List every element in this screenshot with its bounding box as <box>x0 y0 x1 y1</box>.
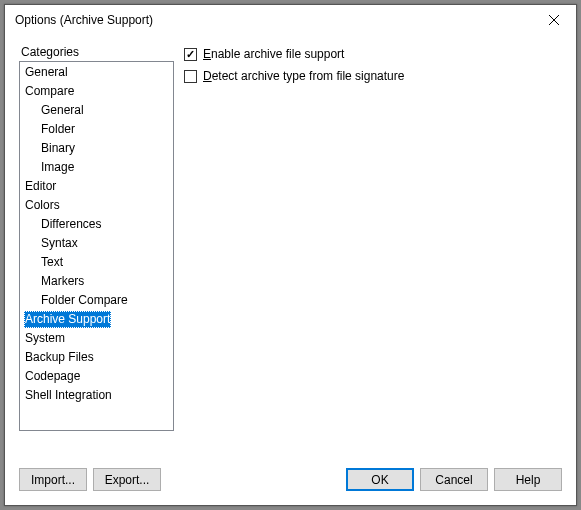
tree-item[interactable]: Folder Compare <box>20 291 173 310</box>
tree-item[interactable]: Archive Support <box>20 310 173 329</box>
titlebar: Options (Archive Support) <box>5 5 576 35</box>
tree-item-label: Markers <box>40 273 85 290</box>
window-title: Options (Archive Support) <box>15 13 153 27</box>
tree-item[interactable]: Syntax <box>20 234 173 253</box>
button-bar: Import... Export... OK Cancel Help <box>5 456 576 505</box>
tree-item[interactable]: Codepage <box>20 367 173 386</box>
enable-archive-label[interactable]: Enable archive file support <box>203 47 344 61</box>
tree-item-label: Shell Integration <box>24 387 113 404</box>
tree-item-label: Editor <box>24 178 57 195</box>
help-button[interactable]: Help <box>494 468 562 491</box>
tree-item-label: Colors <box>24 197 61 214</box>
tree-item-label: Folder Compare <box>40 292 129 309</box>
tree-item[interactable]: Backup Files <box>20 348 173 367</box>
categories-column: Categories GeneralCompareGeneralFolderBi… <box>19 45 174 456</box>
tree-item[interactable]: General <box>20 63 173 82</box>
tree-item-label: Differences <box>40 216 102 233</box>
categories-tree[interactable]: GeneralCompareGeneralFolderBinaryImageEd… <box>19 61 174 431</box>
import-button[interactable]: Import... <box>19 468 87 491</box>
options-dialog: Options (Archive Support) Categories Gen… <box>4 4 577 506</box>
tree-item-label: Text <box>40 254 64 271</box>
tree-item[interactable]: Colors <box>20 196 173 215</box>
tree-item[interactable]: Markers <box>20 272 173 291</box>
tree-item-label: General <box>24 64 69 81</box>
tree-item-label: Codepage <box>24 368 81 385</box>
tree-item[interactable]: Differences <box>20 215 173 234</box>
export-button[interactable]: Export... <box>93 468 161 491</box>
tree-item[interactable]: Shell Integration <box>20 386 173 405</box>
tree-item-label: System <box>24 330 66 347</box>
tree-item-label: Compare <box>24 83 75 100</box>
tree-item[interactable]: Image <box>20 158 173 177</box>
tree-item-label: General <box>40 102 85 119</box>
tree-item[interactable]: Editor <box>20 177 173 196</box>
ok-button[interactable]: OK <box>346 468 414 491</box>
tree-item-label: Syntax <box>40 235 79 252</box>
tree-item[interactable]: Binary <box>20 139 173 158</box>
tree-item-label: Image <box>40 159 75 176</box>
tree-item-label: Binary <box>40 140 76 157</box>
detect-signature-checkbox[interactable] <box>184 70 197 83</box>
tree-item[interactable]: Compare <box>20 82 173 101</box>
tree-item[interactable]: Text <box>20 253 173 272</box>
options-panel: Enable archive file support Detect archi… <box>184 45 562 456</box>
tree-item-label: Backup Files <box>24 349 95 366</box>
detect-signature-label[interactable]: Detect archive type from file signature <box>203 69 404 83</box>
tree-item-label: Folder <box>40 121 76 138</box>
tree-item-label: Archive Support <box>24 311 111 328</box>
enable-archive-row[interactable]: Enable archive file support <box>184 47 562 61</box>
tree-item[interactable]: System <box>20 329 173 348</box>
tree-item[interactable]: General <box>20 101 173 120</box>
close-icon <box>549 15 559 25</box>
close-button[interactable] <box>531 5 576 35</box>
cancel-button[interactable]: Cancel <box>420 468 488 491</box>
enable-archive-checkbox[interactable] <box>184 48 197 61</box>
categories-label: Categories <box>19 45 174 59</box>
tree-item[interactable]: Folder <box>20 120 173 139</box>
dialog-content: Categories GeneralCompareGeneralFolderBi… <box>5 35 576 456</box>
detect-signature-row[interactable]: Detect archive type from file signature <box>184 69 562 83</box>
